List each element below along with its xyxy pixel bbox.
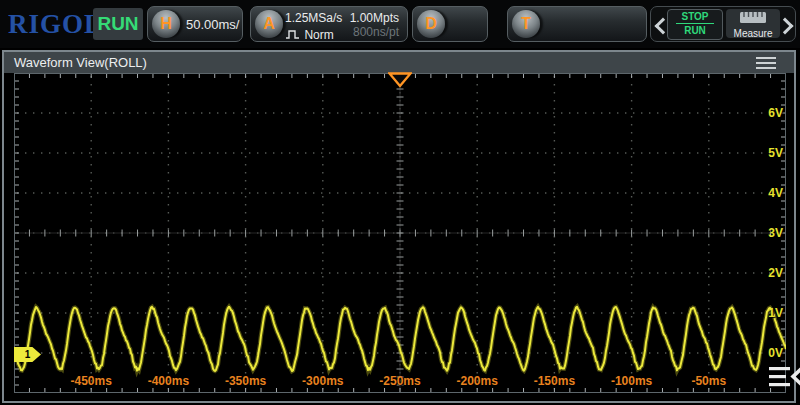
decode-group: D (412, 6, 488, 42)
waveform-display (14, 73, 786, 393)
hamburger-menu-icon[interactable] (756, 57, 776, 72)
time-label: -100ms (611, 374, 652, 388)
time-label: -150ms (534, 374, 575, 388)
time-label: -450ms (71, 374, 112, 388)
voltage-label: 6V (768, 106, 783, 120)
waveform-view-panel: Waveform View(ROLL) 6V5V4V3V2V1V0V -450m… (2, 50, 796, 403)
trigger-knob[interactable]: T (512, 10, 540, 38)
sample-rate: 1.25MSa/s (285, 11, 342, 25)
pulse-icon (285, 29, 300, 40)
time-label: -350ms (225, 374, 266, 388)
stop-label: STOP (668, 10, 722, 23)
horizontal-group: H 50.00ms/ (147, 6, 243, 42)
acq-mode-row[interactable]: Norm (285, 25, 349, 43)
time-label: -300ms (302, 374, 343, 388)
voltage-label: 2V (768, 266, 783, 280)
timebase-value[interactable]: 50.00ms/ (186, 17, 239, 32)
rigol-logo: RIGOL (8, 9, 103, 40)
panel-title-bar: Waveform View(ROLL) (4, 52, 794, 73)
run-label: RUN (668, 24, 722, 37)
acq-mode: Norm (304, 28, 333, 42)
voltage-label: 1V (768, 306, 783, 320)
measure-label: Measure (726, 28, 780, 39)
voltage-label: 3V (768, 226, 783, 240)
top-toolbar: RIGOL RUN H 50.00ms/ A 1.25MSa/s Norm 1.… (0, 0, 800, 48)
quick-action-cluster: STOP RUN Measure (650, 6, 796, 42)
stop-run-button[interactable]: STOP RUN (667, 9, 723, 40)
measure-button[interactable]: Measure (726, 9, 780, 38)
graticule-area: 6V5V4V3V2V1V0V -450ms-400ms-350ms-300ms-… (14, 73, 786, 393)
decode-knob[interactable]: D (417, 10, 445, 38)
acquisition-knob[interactable]: A (255, 10, 283, 38)
memory-depth: 1.00Mpts (350, 11, 399, 25)
time-label: -400ms (148, 374, 189, 388)
voltage-label: 4V (768, 186, 783, 200)
run-status-indicator[interactable]: RUN (93, 8, 143, 40)
trigger-group: T (507, 6, 647, 42)
trigger-position-marker[interactable] (388, 72, 412, 88)
time-label: -200ms (457, 374, 498, 388)
voltage-label: 5V (768, 146, 783, 160)
time-label: -250ms (379, 374, 420, 388)
horizontal-knob[interactable]: H (152, 10, 180, 38)
voltage-label: 0V (768, 346, 783, 360)
collapsed-menu-icon[interactable] (754, 365, 800, 391)
ruler-icon (739, 11, 767, 24)
time-per-point: 800ns/pt (353, 25, 399, 39)
time-label: -50ms (691, 374, 726, 388)
acquisition-group: A 1.25MSa/s Norm 1.00Mpts 800ns/pt (250, 6, 408, 42)
panel-title: Waveform View(ROLL) (14, 52, 147, 73)
